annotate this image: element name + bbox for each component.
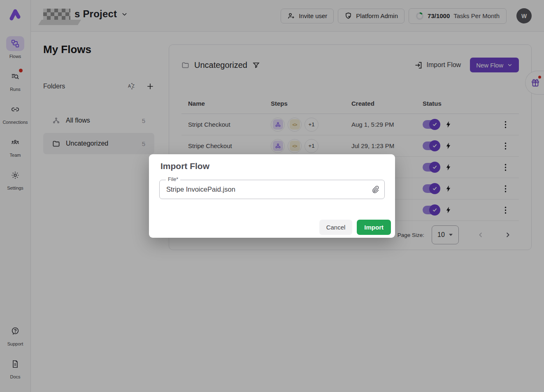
file-input[interactable] <box>160 180 384 199</box>
import-flow-modal: Import Flow File* Cancel Import <box>149 154 395 238</box>
cancel-button[interactable]: Cancel <box>319 220 353 235</box>
app-root: Flows Runs Connections Team <box>0 0 544 392</box>
paperclip-icon[interactable] <box>371 185 380 196</box>
file-field: File* <box>159 180 385 199</box>
import-button[interactable]: Import <box>357 220 391 235</box>
modal-footer: Cancel Import <box>319 220 391 235</box>
modal-title: Import Flow <box>160 161 209 171</box>
